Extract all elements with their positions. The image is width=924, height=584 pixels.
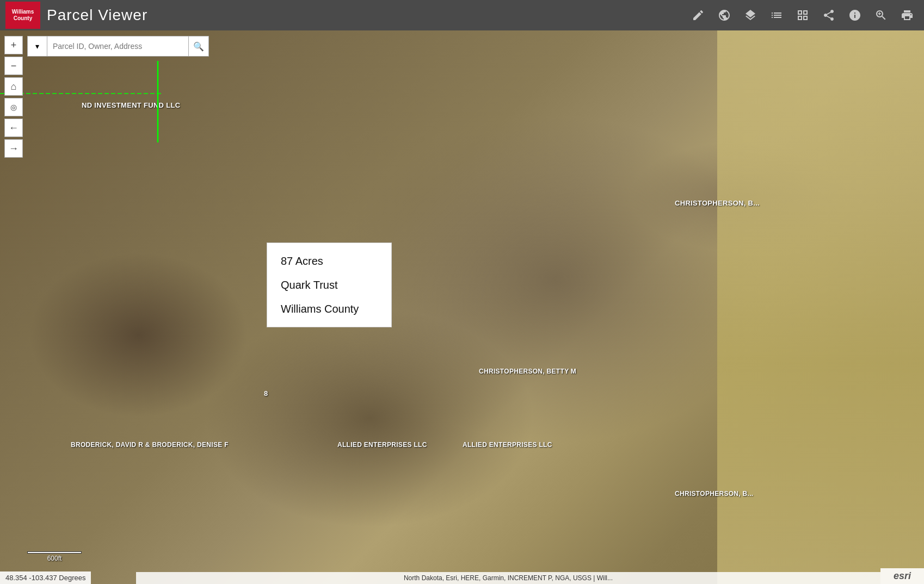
scale-line bbox=[27, 551, 82, 554]
map-view[interactable]: ▾ 🔍 + − ⌂ ◎ ← → ND INVESTMENT FUND LLC C… bbox=[0, 30, 924, 584]
back-button[interactable]: ← bbox=[4, 119, 23, 137]
search-bar: ▾ 🔍 bbox=[27, 36, 209, 57]
toolbar bbox=[687, 4, 919, 27]
logo: Williams County bbox=[5, 2, 40, 29]
forward-button[interactable]: → bbox=[4, 139, 23, 158]
share-icon[interactable] bbox=[817, 4, 840, 27]
right-field bbox=[717, 30, 924, 584]
esri-logo: esri bbox=[880, 568, 924, 584]
list-icon[interactable] bbox=[765, 4, 788, 27]
popup-owner: Quark Trust bbox=[281, 278, 378, 292]
scale-label: 600ft bbox=[47, 555, 62, 562]
grid-icon[interactable] bbox=[791, 4, 814, 27]
info-icon[interactable] bbox=[843, 4, 866, 27]
label-allied-2: ALLIED ENTERPRISES LLC bbox=[463, 441, 552, 449]
zoom-out-button[interactable]: − bbox=[4, 57, 23, 75]
search-button[interactable]: 🔍 bbox=[188, 36, 209, 57]
app-title: Parcel Viewer bbox=[47, 7, 687, 24]
print-icon[interactable] bbox=[896, 4, 919, 27]
header: Williams County Parcel Viewer bbox=[0, 0, 924, 30]
label-broderick: BRODERICK, DAVID R & BRODERICK, DENISE F bbox=[71, 441, 229, 449]
layers-icon[interactable] bbox=[739, 4, 762, 27]
map-controls: + − ⌂ ◎ ← → bbox=[0, 36, 23, 158]
scale-bar: 600ft bbox=[27, 551, 82, 562]
label-christopherson-top: CHRISTOPHERSON, B... bbox=[675, 199, 760, 207]
attribution-bar: North Dakota, Esri, HERE, Garmin, INCREM… bbox=[136, 572, 880, 584]
locate-button[interactable]: ◎ bbox=[4, 98, 23, 116]
search-input[interactable] bbox=[47, 36, 188, 57]
parcel-popup: 87 Acres Quark Trust Williams County bbox=[267, 243, 392, 327]
zoom-in-button[interactable]: + bbox=[4, 36, 23, 54]
network-icon[interactable] bbox=[713, 4, 736, 27]
popup-acres: 87 Acres bbox=[281, 254, 378, 268]
zoom-to-extent-icon[interactable] bbox=[870, 4, 892, 27]
label-parcel-num: 8 bbox=[264, 389, 268, 397]
label-nd-investment: ND INVESTMENT FUND LLC bbox=[82, 101, 180, 109]
label-christopherson-betty: CHRISTOPHERSON, BETTY M bbox=[479, 368, 576, 375]
draw-icon[interactable] bbox=[687, 4, 710, 27]
coordinates-display: 48.354 -103.437 Degrees bbox=[0, 571, 91, 584]
label-allied-1: ALLIED ENTERPRISES LLC bbox=[337, 441, 427, 449]
home-button[interactable]: ⌂ bbox=[4, 77, 23, 96]
popup-county: Williams County bbox=[281, 302, 378, 316]
search-filter-button[interactable]: ▾ bbox=[27, 36, 47, 57]
label-christopherson-bottom: CHRISTOPHERSON, B... bbox=[675, 490, 753, 498]
logo-text: Williams County bbox=[12, 9, 34, 22]
